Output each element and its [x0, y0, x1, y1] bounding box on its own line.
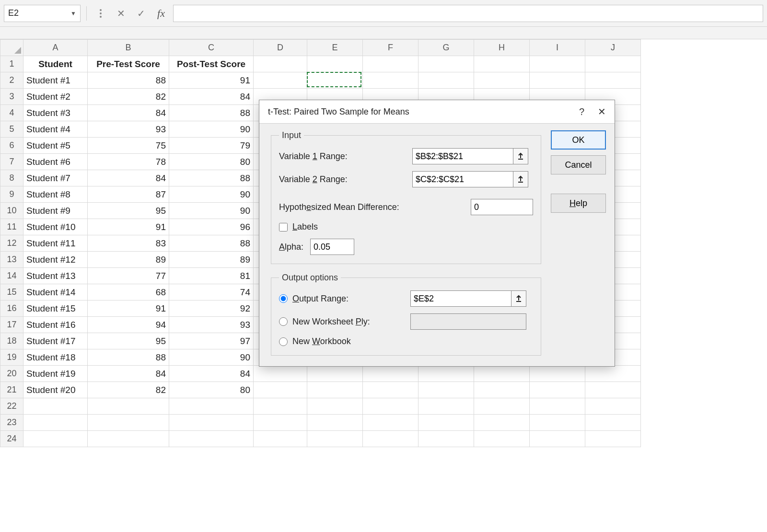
- row-header[interactable]: 4: [0, 105, 23, 121]
- row-header[interactable]: 18: [0, 333, 23, 349]
- cell[interactable]: 90: [169, 203, 254, 219]
- cell[interactable]: [23, 415, 88, 431]
- cell[interactable]: Student #14: [23, 284, 88, 301]
- cell[interactable]: Pre-Test Score: [88, 56, 169, 72]
- cell[interactable]: 82: [88, 382, 169, 398]
- cell[interactable]: Student #1: [23, 72, 88, 89]
- cell[interactable]: [530, 398, 585, 415]
- cell[interactable]: Student #10: [23, 219, 88, 235]
- cell[interactable]: [254, 56, 307, 72]
- cell[interactable]: [418, 56, 474, 72]
- cell[interactable]: 97: [169, 333, 254, 349]
- enter-entry-icon[interactable]: ✓: [133, 5, 149, 22]
- row-header[interactable]: 22: [0, 398, 23, 415]
- cell[interactable]: 87: [88, 186, 169, 203]
- row-header[interactable]: 6: [0, 138, 23, 154]
- cell[interactable]: [363, 415, 418, 431]
- cell[interactable]: 89: [88, 252, 169, 268]
- cell[interactable]: Student #2: [23, 89, 88, 105]
- cell[interactable]: [585, 382, 641, 398]
- cell[interactable]: [530, 415, 585, 431]
- new-worksheet-input[interactable]: [410, 313, 526, 330]
- column-header[interactable]: G: [418, 40, 474, 56]
- new-worksheet-label[interactable]: New Worksheet Ply:: [292, 317, 406, 327]
- cell[interactable]: [474, 398, 530, 415]
- cell[interactable]: 80: [169, 382, 254, 398]
- cell[interactable]: [169, 398, 254, 415]
- cell[interactable]: [474, 382, 530, 398]
- cell[interactable]: [585, 72, 641, 89]
- formula-input[interactable]: [173, 5, 763, 22]
- var1-input[interactable]: [412, 148, 513, 164]
- name-box[interactable]: E2 ▼: [4, 5, 81, 22]
- column-header[interactable]: H: [474, 40, 530, 56]
- cell[interactable]: 88: [169, 235, 254, 252]
- cell[interactable]: [254, 72, 307, 89]
- dialog-titlebar[interactable]: t-Test: Paired Two Sample for Means ? ✕: [259, 100, 615, 124]
- row-header[interactable]: 16: [0, 301, 23, 317]
- cell[interactable]: [585, 366, 641, 382]
- cell[interactable]: 75: [88, 138, 169, 154]
- name-box-dropdown-icon[interactable]: ▼: [70, 10, 76, 17]
- cell[interactable]: 90: [169, 349, 254, 366]
- cell[interactable]: 84: [88, 105, 169, 121]
- cell[interactable]: [254, 398, 307, 415]
- cell[interactable]: 80: [169, 154, 254, 170]
- row-header[interactable]: 2: [0, 72, 23, 89]
- labels-checkbox[interactable]: [279, 223, 288, 231]
- row-header[interactable]: 24: [0, 431, 23, 447]
- cell[interactable]: [254, 431, 307, 447]
- row-header[interactable]: 10: [0, 203, 23, 219]
- var2-range-picker-icon[interactable]: [513, 171, 528, 187]
- labels-label[interactable]: Labels: [292, 222, 318, 232]
- cell[interactable]: [363, 56, 418, 72]
- output-range-label[interactable]: Output Range:: [292, 294, 406, 304]
- cell[interactable]: [585, 398, 641, 415]
- cell[interactable]: [23, 398, 88, 415]
- hypo-input[interactable]: [471, 199, 533, 215]
- cell[interactable]: [418, 431, 474, 447]
- new-workbook-label[interactable]: New Workbook: [292, 336, 406, 347]
- cell[interactable]: 95: [88, 333, 169, 349]
- help-button[interactable]: Help: [551, 194, 606, 213]
- column-header[interactable]: C: [169, 40, 254, 56]
- cell[interactable]: 81: [169, 268, 254, 284]
- cell[interactable]: [474, 415, 530, 431]
- cell[interactable]: [88, 398, 169, 415]
- cell[interactable]: 92: [169, 301, 254, 317]
- cell[interactable]: 89: [169, 252, 254, 268]
- cell[interactable]: 83: [88, 235, 169, 252]
- cell[interactable]: 79: [169, 138, 254, 154]
- cell[interactable]: Student #20: [23, 382, 88, 398]
- cell[interactable]: 74: [169, 284, 254, 301]
- new-workbook-radio[interactable]: [279, 337, 288, 346]
- row-header[interactable]: 19: [0, 349, 23, 366]
- cell[interactable]: 88: [169, 105, 254, 121]
- cell[interactable]: Student #6: [23, 154, 88, 170]
- cell[interactable]: Post-Test Score: [169, 56, 254, 72]
- row-header[interactable]: 17: [0, 317, 23, 333]
- row-header[interactable]: 11: [0, 219, 23, 235]
- var2-input[interactable]: [412, 171, 513, 187]
- alpha-input[interactable]: [310, 239, 354, 255]
- cell[interactable]: 84: [169, 366, 254, 382]
- cell[interactable]: 93: [169, 317, 254, 333]
- cell[interactable]: 78: [88, 154, 169, 170]
- row-header[interactable]: 20: [0, 366, 23, 382]
- output-range-radio[interactable]: [279, 294, 288, 303]
- cell[interactable]: 91: [88, 219, 169, 235]
- cell[interactable]: [474, 72, 530, 89]
- cell[interactable]: 84: [88, 366, 169, 382]
- row-header[interactable]: 5: [0, 121, 23, 138]
- cell[interactable]: 84: [169, 89, 254, 105]
- column-header[interactable]: E: [307, 40, 363, 56]
- cell[interactable]: [307, 382, 363, 398]
- column-header[interactable]: F: [363, 40, 418, 56]
- dialog-help-icon[interactable]: ?: [579, 106, 584, 117]
- row-header[interactable]: 9: [0, 186, 23, 203]
- cell[interactable]: [307, 366, 363, 382]
- cell[interactable]: 88: [169, 170, 254, 186]
- cell[interactable]: Student #11: [23, 235, 88, 252]
- cell[interactable]: Student: [23, 56, 88, 72]
- ok-button[interactable]: OK: [551, 130, 606, 150]
